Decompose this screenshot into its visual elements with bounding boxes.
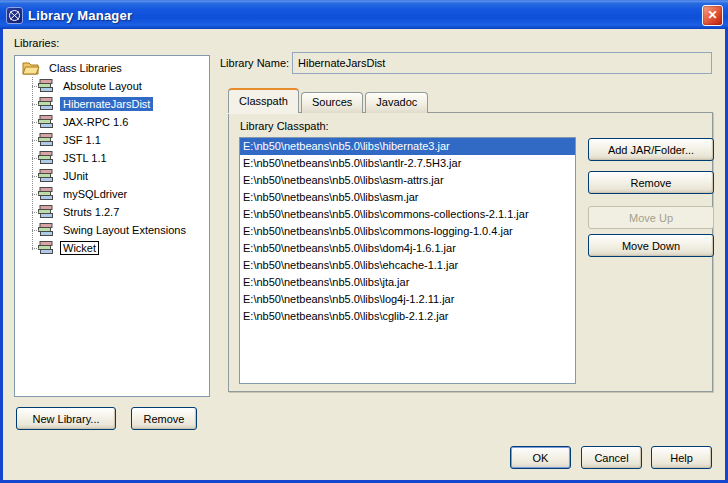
classpath-tab-panel: Library Classpath: E:\nb50\netbeans\nb5.…	[228, 112, 713, 392]
library-name-field[interactable]	[292, 52, 712, 74]
tab-sources[interactable]: Sources	[301, 92, 363, 113]
tree-item[interactable]: JSTL 1.1	[15, 149, 209, 167]
classpath-list-item[interactable]: E:\nb50\netbeans\nb5.0\libs\dom4j-1.6.1.…	[240, 240, 575, 257]
libraries-label: Libraries:	[14, 37, 59, 49]
tree-item[interactable]: Wicket	[15, 239, 209, 257]
classpath-list-item[interactable]: E:\nb50\netbeans\nb5.0\libs\asm-attrs.ja…	[240, 172, 575, 189]
classpath-list[interactable]: E:\nb50\netbeans\nb5.0\libs\hibernate3.j…	[239, 137, 576, 384]
move-down-button[interactable]: Move Down	[588, 234, 714, 257]
ok-button[interactable]: OK	[510, 446, 571, 469]
classpath-list-item[interactable]: E:\nb50\netbeans\nb5.0\libs\jta.jar	[240, 274, 575, 291]
library-books-icon	[37, 151, 54, 165]
tree-item[interactable]: JUnit	[15, 167, 209, 185]
tree-item-label: mySQLdriver	[60, 187, 130, 201]
classpath-list-item[interactable]: E:\nb50\netbeans\nb5.0\libs\antlr-2.7.5H…	[240, 155, 575, 172]
tree-item[interactable]: JAX-RPC 1.6	[15, 113, 209, 131]
classpath-list-item[interactable]: E:\nb50\netbeans\nb5.0\libs\log4j-1.2.11…	[240, 291, 575, 308]
library-books-icon	[37, 241, 54, 255]
tree-item[interactable]: JSF 1.1	[15, 131, 209, 149]
dialog-body: Libraries: Class Libraries	[3, 29, 725, 480]
help-button[interactable]: Help	[651, 446, 712, 469]
netbeans-logo-icon	[6, 7, 23, 24]
close-icon[interactable]: ✕	[702, 5, 723, 26]
tree-item[interactable]: Absolute Layout	[15, 77, 209, 95]
tree-root-label: Class Libraries	[46, 61, 125, 75]
tab-strip: Classpath Sources Javadoc	[228, 88, 430, 113]
tree-item[interactable]: HibernateJarsDist	[15, 95, 209, 113]
remove-jar-button[interactable]: Remove	[588, 171, 714, 194]
tree-root-class-libraries[interactable]: Class Libraries	[15, 59, 209, 77]
tab-javadoc[interactable]: Javadoc	[365, 92, 428, 113]
tab-classpath[interactable]: Classpath	[228, 88, 299, 113]
window-title: Library Manager	[28, 8, 132, 23]
classpath-list-item[interactable]: E:\nb50\netbeans\nb5.0\libs\cglib-2.1.2.…	[240, 308, 575, 325]
tree-item-label: Struts 1.2.7	[60, 205, 122, 219]
new-library-button[interactable]: New Library...	[16, 407, 116, 430]
tree-item[interactable]: Struts 1.2.7	[15, 203, 209, 221]
move-up-button: Move Up	[588, 206, 714, 229]
add-jar-folder-button[interactable]: Add JAR/Folder...	[588, 138, 714, 161]
tree-item-label: Wicket	[60, 241, 99, 255]
tree-item-label: HibernateJarsDist	[60, 97, 153, 111]
library-manager-dialog: Library Manager ✕ Libraries: Class Libra…	[0, 0, 728, 483]
title-bar[interactable]: Library Manager ✕	[0, 0, 728, 29]
classpath-list-item[interactable]: E:\nb50\netbeans\nb5.0\libs\hibernate3.j…	[240, 138, 575, 155]
remove-library-button[interactable]: Remove	[131, 407, 197, 430]
tree-item-label: JSTL 1.1	[60, 151, 110, 165]
open-folder-icon	[22, 61, 40, 75]
library-books-icon	[37, 205, 54, 219]
libraries-tree[interactable]: Class Libraries Absolute Layout	[14, 55, 210, 397]
classpath-list-item[interactable]: E:\nb50\netbeans\nb5.0\libs\commons-coll…	[240, 206, 575, 223]
cancel-button[interactable]: Cancel	[581, 446, 642, 469]
library-books-icon	[37, 133, 54, 147]
tree-item-label: JUnit	[60, 169, 91, 183]
tree-item-label: JAX-RPC 1.6	[60, 115, 131, 129]
tree-item-label: Swing Layout Extensions	[60, 223, 189, 237]
tree-item[interactable]: mySQLdriver	[15, 185, 209, 203]
tree-item[interactable]: Swing Layout Extensions	[15, 221, 209, 239]
classpath-list-item[interactable]: E:\nb50\netbeans\nb5.0\libs\ehcache-1.1.…	[240, 257, 575, 274]
library-books-icon	[37, 223, 54, 237]
library-name-label: Library Name:	[220, 57, 289, 69]
library-books-icon	[37, 97, 54, 111]
tree-item-label: JSF 1.1	[60, 133, 104, 147]
library-classpath-label: Library Classpath:	[240, 120, 329, 132]
tree-item-label: Absolute Layout	[60, 79, 145, 93]
library-books-icon	[37, 187, 54, 201]
classpath-list-item[interactable]: E:\nb50\netbeans\nb5.0\libs\commons-logg…	[240, 223, 575, 240]
library-books-icon	[37, 79, 54, 93]
classpath-list-item[interactable]: E:\nb50\netbeans\nb5.0\libs\asm.jar	[240, 189, 575, 206]
library-books-icon	[37, 115, 54, 129]
library-books-icon	[37, 169, 54, 183]
